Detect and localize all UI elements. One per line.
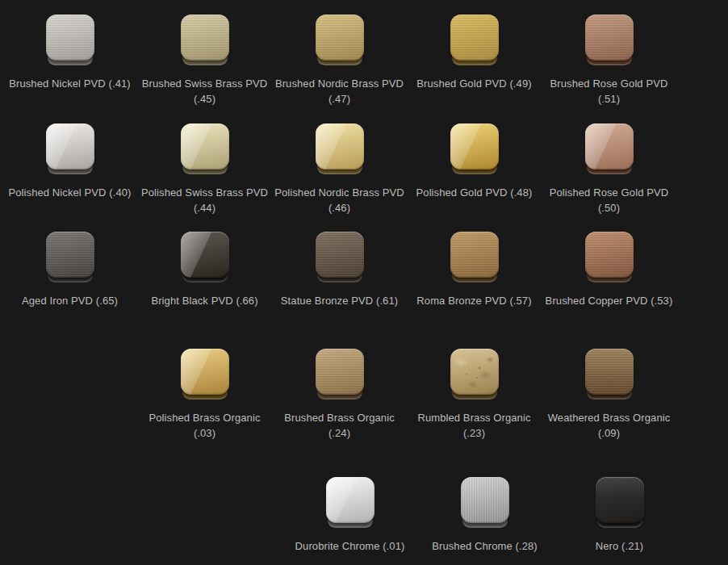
finish-swatch [450, 349, 499, 400]
finish-option[interactable]: Statue Bronze PVD (.61) [272, 232, 407, 308]
finish-label: Rumbled Brass Organic (.23) [407, 410, 542, 441]
finish-label-line: (.44) [141, 200, 268, 216]
finish-swatch-face [181, 232, 229, 278]
finish-swatch-face [46, 15, 94, 61]
finish-swatch-face [461, 477, 509, 523]
finish-label-line: Roma Bronze PVD (.57) [416, 293, 531, 308]
finish-swatch-face [316, 123, 364, 170]
finish-label-line: Brushed Chrome (.28) [432, 538, 538, 554]
finish-swatch [316, 123, 364, 174]
finish-label-line: Brushed Copper PVD (.53) [546, 293, 673, 308]
finish-option[interactable]: Nero (.21) [552, 477, 687, 554]
finish-option[interactable]: Polished Swiss Brass PVD(.44) [137, 123, 272, 216]
finish-option[interactable]: Aged Iron PVD (.65) [2, 232, 137, 308]
finish-option[interactable]: Brushed Copper PVD (.53) [542, 232, 676, 308]
finish-label-line: (.47) [275, 91, 404, 107]
finish-label-line: Polished Brass Organic (.03) [137, 410, 272, 441]
finish-label-line: Durobrite Chrome (.01) [295, 538, 405, 554]
finish-option[interactable]: Rumbled Brass Organic (.23) [407, 349, 542, 441]
finish-label-line: Bright Black PVD (.66) [151, 293, 257, 308]
finish-swatch [46, 123, 94, 174]
finish-row: Brushed Nickel PVD (.41) Brushed Swiss B… [0, 15, 728, 107]
finish-label: Polished Rose Gold PVD (.50) [542, 185, 676, 216]
finish-swatch [46, 232, 94, 282]
finish-swatch [585, 232, 634, 282]
finish-swatch-face [181, 349, 229, 395]
finish-label-line: Brushed Gold PVD (.49) [416, 76, 531, 91]
finish-option[interactable]: Brushed Swiss Brass PVD(.45) [137, 15, 272, 107]
finish-label-line: Brushed Nordic Brass PVD [275, 76, 404, 91]
finish-label-line: Polished Nickel PVD (.40) [8, 185, 131, 200]
finish-label-line: Statue Bronze PVD (.61) [281, 293, 398, 308]
finish-swatch [181, 123, 229, 174]
finish-swatch [450, 123, 499, 174]
finish-swatch-face [450, 232, 499, 278]
finish-label-line: Polished Rose Gold PVD (.50) [542, 185, 676, 216]
finish-swatch [46, 15, 94, 65]
finish-swatch-face [181, 15, 229, 61]
finish-label: Durobrite Chrome (.01) [295, 538, 405, 554]
finish-swatch-face [316, 15, 364, 61]
finish-swatch [450, 15, 499, 65]
finish-label-line: (.45) [142, 91, 267, 107]
finish-swatch [585, 349, 634, 400]
finish-option[interactable]: Brushed Rose Gold PVD (.51) [542, 15, 676, 107]
finish-label: Brushed Chrome (.28) [432, 538, 538, 554]
finish-label: Brushed Nickel PVD (.41) [9, 76, 131, 91]
finish-label-line: Brushed Nickel PVD (.41) [9, 76, 131, 91]
finish-option[interactable]: Bright Black PVD (.66) [137, 232, 272, 308]
finish-swatch-face [181, 123, 229, 170]
finish-swatch [585, 123, 634, 174]
finish-swatch-face [46, 232, 94, 278]
finish-label-line: Rumbled Brass Organic (.23) [407, 410, 542, 441]
finish-label: Weathered Brass Organic(.09) [548, 410, 671, 441]
finish-label-line: Brushed Swiss Brass PVD [142, 76, 267, 91]
finish-label: Aged Iron PVD (.65) [22, 293, 118, 308]
finish-label: Polished Swiss Brass PVD(.44) [141, 185, 268, 216]
finish-option[interactable]: Brushed Gold PVD (.49) [407, 15, 542, 107]
finish-swatch-face [326, 477, 374, 523]
finish-label-line: (.46) [274, 200, 404, 216]
finish-label: Brushed Swiss Brass PVD(.45) [142, 76, 267, 107]
finish-row: Polished Nickel PVD (.40) Polished Swiss… [0, 123, 728, 216]
finish-label: Brushed Brass Organic (.24) [272, 410, 407, 441]
finish-swatch [316, 349, 364, 400]
finish-option[interactable]: Polished Nickel PVD (.40) [2, 123, 137, 216]
finish-option[interactable]: Brushed Nordic Brass PVD(.47) [272, 15, 407, 107]
finish-label-line: Aged Iron PVD (.65) [22, 293, 118, 308]
finish-swatch-face [46, 123, 94, 170]
finish-swatch-face [585, 15, 634, 61]
finish-option[interactable]: Polished Brass Organic (.03) [137, 349, 272, 441]
finish-swatch-face [585, 232, 634, 278]
finish-option[interactable]: Polished Gold PVD (.48) [407, 123, 542, 216]
finish-label: Brushed Nordic Brass PVD(.47) [275, 76, 404, 107]
finish-label-line: Brushed Rose Gold PVD (.51) [542, 76, 676, 107]
finish-option[interactable]: Roma Bronze PVD (.57) [407, 232, 542, 308]
finish-swatch [181, 349, 229, 400]
finish-row: Aged Iron PVD (.65) Bright Black PVD (.6… [0, 232, 728, 308]
finish-grid: Brushed Nickel PVD (.41) Brushed Swiss B… [0, 15, 728, 554]
finish-label-line: Polished Nordic Brass PVD [274, 185, 404, 200]
finish-swatch-face [450, 15, 499, 61]
finish-label: Polished Brass Organic (.03) [137, 410, 272, 441]
finish-swatch-face [450, 123, 499, 170]
finish-label: Polished Nordic Brass PVD(.46) [274, 185, 404, 216]
finish-option[interactable]: Brushed Brass Organic (.24) [272, 349, 407, 441]
finish-label: Polished Gold PVD (.48) [416, 185, 533, 200]
finish-swatch-face [450, 349, 499, 395]
finish-swatch [316, 15, 364, 65]
finish-option[interactable]: Polished Nordic Brass PVD(.46) [272, 123, 407, 216]
finish-label: Brushed Copper PVD (.53) [546, 293, 673, 308]
finish-swatch [585, 15, 634, 65]
finish-option[interactable]: Weathered Brass Organic(.09) [542, 349, 676, 441]
finish-option[interactable]: Brushed Chrome (.28) [417, 477, 552, 554]
finish-label-line: Polished Gold PVD (.48) [416, 185, 533, 200]
finish-label: Nero (.21) [596, 538, 644, 554]
finish-option[interactable]: Brushed Nickel PVD (.41) [2, 15, 137, 107]
finish-swatch-face [316, 349, 364, 395]
finish-label-line: Nero (.21) [596, 538, 644, 554]
finish-swatch [450, 232, 499, 282]
finish-option[interactable]: Durobrite Chrome (.01) [282, 477, 417, 554]
finish-option[interactable]: Polished Rose Gold PVD (.50) [542, 123, 676, 216]
finish-swatch-face [585, 123, 634, 170]
